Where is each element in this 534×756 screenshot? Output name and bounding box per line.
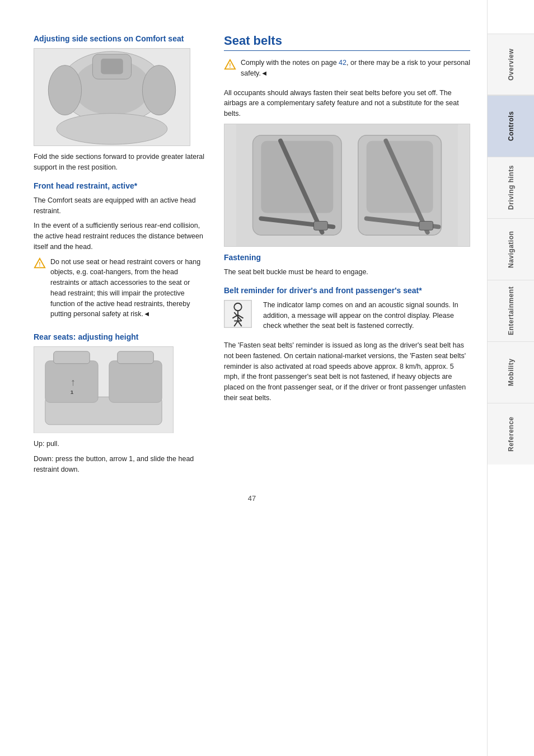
adjusting-side-heading: Adjusting side sections on Comfort seat xyxy=(34,34,207,44)
comfort-seat-image xyxy=(34,48,190,146)
front-head-para1: The Comfort seats are equipped with an a… xyxy=(34,195,207,217)
belt-reminder-heading: Belt reminder for driver's and front pas… xyxy=(224,285,470,295)
belt-reminder-icon-group: The indicator lamp comes on and an acous… xyxy=(224,300,470,336)
svg-point-4 xyxy=(142,65,175,115)
adjusting-side-desc: Fold the side sections forward to provid… xyxy=(34,152,207,173)
rear-seat-down: Down: press the button, arrow 1, and sli… xyxy=(34,454,207,475)
comply-warning-text: Comply with the notes on page 42, or the… xyxy=(241,58,470,79)
sidebar-tab-navigation[interactable]: Navigation xyxy=(488,218,535,280)
belt-reminder-icon xyxy=(224,300,252,328)
sidebar-tab-driving-hints[interactable]: Driving hints xyxy=(488,157,535,218)
svg-rect-25 xyxy=(314,221,328,230)
front-head-warning-box: ! Do not use seat or head restraint cove… xyxy=(34,257,207,325)
belt-reminder-para1: The indicator lamp comes on and an acous… xyxy=(263,300,470,331)
section-front-head-restraint: Front head restraint, active* The Comfor… xyxy=(34,181,207,324)
fastening-heading: Fastening xyxy=(224,252,470,262)
section-adjusting-side: Adjusting side sections on Comfort seat xyxy=(34,34,207,173)
seat-belts-heading: Seat belts xyxy=(224,34,470,51)
svg-rect-14 xyxy=(54,351,90,364)
svg-rect-27 xyxy=(367,140,433,213)
svg-text:↑: ↑ xyxy=(71,377,76,388)
sidebar: Overview Controls Driving hints Navigati… xyxy=(487,0,534,756)
seat-belts-para1: All occupants should always fasten their… xyxy=(224,88,470,119)
front-head-warning-text: Do not use seat or head restraint covers… xyxy=(50,257,207,320)
comply-warning-box: ! Comply with the notes on page 42, or t… xyxy=(224,58,470,83)
svg-point-3 xyxy=(48,65,81,115)
front-head-restraint-heading: Front head restraint, active* xyxy=(34,181,207,191)
fastening-text: The seat belt buckle must be heard to en… xyxy=(224,267,470,278)
rear-seat-up: Up: pull. xyxy=(34,439,207,449)
sidebar-tab-mobility[interactable]: Mobility xyxy=(488,341,535,403)
sidebar-tab-controls[interactable]: Controls xyxy=(488,95,535,157)
comply-warning-icon: ! xyxy=(224,59,236,71)
svg-point-5 xyxy=(57,114,167,144)
rear-seats-heading: Rear seats: adjusting height xyxy=(34,332,207,342)
svg-text:!: ! xyxy=(39,261,40,267)
svg-text:1: 1 xyxy=(71,389,74,395)
svg-rect-30 xyxy=(419,221,433,230)
section-belt-reminder: Belt reminder for driver's and front pas… xyxy=(224,285,470,403)
sidebar-tab-reference[interactable]: Reference xyxy=(488,403,535,464)
svg-rect-7 xyxy=(101,59,123,74)
rear-seat-image: ↑ 1 xyxy=(34,346,174,433)
warning-triangle-icon: ! xyxy=(34,257,46,270)
page-link[interactable]: 42 xyxy=(339,59,346,67)
seat-belt-image xyxy=(224,124,470,247)
svg-rect-15 xyxy=(118,351,153,364)
sidebar-tab-entertainment[interactable]: Entertainment xyxy=(488,280,535,341)
section-fastening: Fastening The seat belt buckle must be h… xyxy=(224,252,470,278)
svg-text:!: ! xyxy=(229,63,231,69)
section-rear-seats: Rear seats: adjusting height xyxy=(34,332,207,475)
svg-rect-13 xyxy=(109,361,162,402)
sidebar-tab-overview[interactable]: Overview xyxy=(488,34,535,95)
front-head-para2: In the event of a sufficiently serious r… xyxy=(34,220,207,252)
page-number: 47 xyxy=(34,494,470,503)
belt-reminder-para2: The 'Fasten seat belts' reminder is issu… xyxy=(224,340,470,403)
